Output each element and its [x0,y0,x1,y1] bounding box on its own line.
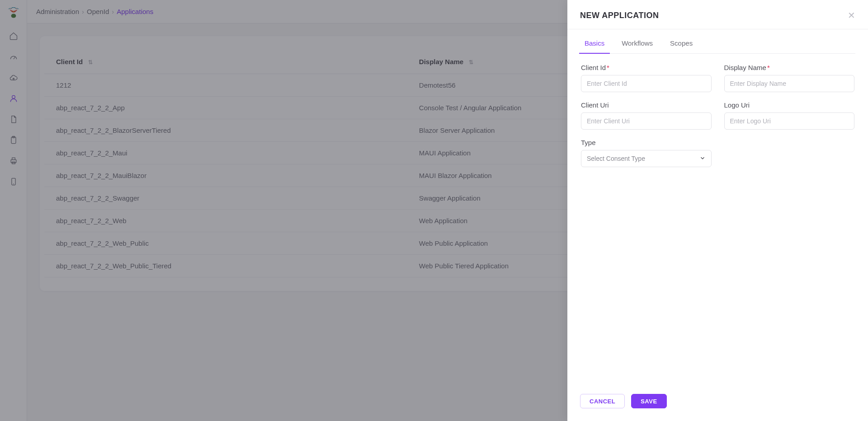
tab-scopes[interactable]: Scopes [670,39,693,53]
drawer-body: Basics Workflows Scopes Client Id* Displ… [567,29,868,385]
form: Client Id* Display Name* Client Uri Logo… [580,54,855,177]
field-client-uri: Client Uri [581,101,712,130]
client-uri-input[interactable] [581,112,712,130]
field-type: Type Select Consent Type [581,139,712,167]
field-display-name: Display Name* [724,64,855,92]
chevron-down-icon [699,155,706,163]
client-id-input[interactable] [581,75,712,92]
type-select[interactable]: Select Consent Type [581,150,712,167]
drawer-header: NEW APPLICATION ✕ [567,0,868,29]
cancel-button[interactable]: CANCEL [580,394,625,408]
tab-basics[interactable]: Basics [585,39,604,53]
drawer-title: NEW APPLICATION [580,11,659,20]
label: Logo Uri [724,101,855,109]
display-name-input[interactable] [724,75,855,92]
new-application-drawer: NEW APPLICATION ✕ Basics Workflows Scope… [567,0,868,421]
save-button[interactable]: SAVE [631,394,666,408]
field-client-id: Client Id* [581,64,712,92]
label: Display Name* [724,64,855,71]
select-placeholder: Select Consent Type [587,155,645,162]
label: Type [581,139,712,146]
label: Client Uri [581,101,712,109]
drawer-footer: CANCEL SAVE [567,385,868,421]
required-mark: * [767,64,770,71]
field-logo-uri: Logo Uri [724,101,855,130]
close-icon[interactable]: ✕ [848,10,855,21]
label-text: Display Name [724,64,766,71]
label-text: Client Id [581,64,606,71]
tab-workflows[interactable]: Workflows [622,39,653,53]
tabs: Basics Workflows Scopes [580,29,855,54]
logo-uri-input[interactable] [724,112,855,130]
label: Client Id* [581,64,712,71]
required-mark: * [607,64,609,71]
